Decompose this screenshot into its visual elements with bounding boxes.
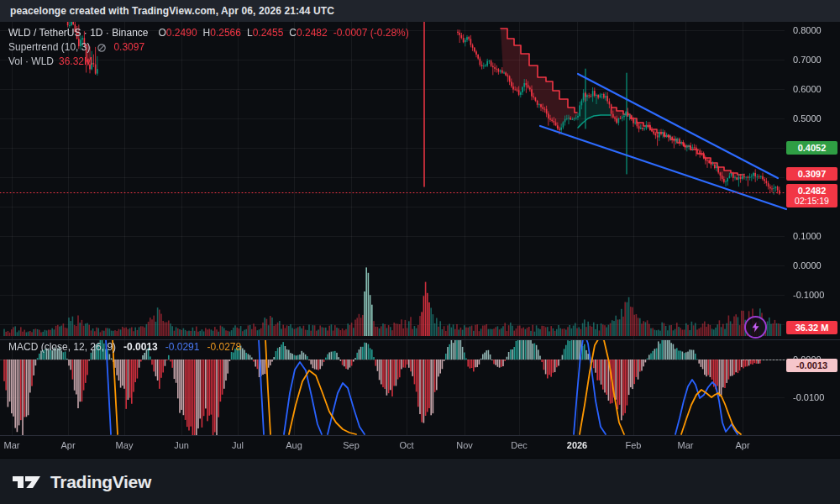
symbol-legend-row[interactable]: WLD / TetherUS · 1D · Binance O0.2490 H0… [8,26,409,40]
supertrend-name: Supertrend (10, 3) [8,40,90,55]
supertrend-legend-row[interactable]: Supertrend (10, 3) 0.3097 [8,40,409,55]
tradingview-brand[interactable]: TradingView [50,472,151,492]
footer-bar: TradingView [0,458,840,504]
time-label: Nov [456,440,473,450]
low-label: L [247,27,253,39]
symbol-title: WLD / TetherUS · 1D · Binance [8,26,149,40]
price-tick: 0.0000 [793,260,822,270]
open-label: O [159,27,166,39]
chart-area: WLD / TetherUS · 1D · Binance O0.2490 H0… [0,22,840,458]
macd-signal-value: -0.0278 [207,341,241,353]
macd-legend-row[interactable]: MACD (close, 12, 26, 9) -0.0013 -0.0291 … [8,341,241,353]
time-label: Jun [174,440,189,450]
price-tick: 0.7000 [793,55,822,65]
time-label: Mar [678,440,694,450]
volume-name: Vol · WLD [8,55,54,69]
chart-canvas[interactable] [0,22,840,458]
close-label: C [289,27,297,39]
high-value: 0.2566 [210,27,241,39]
price-badge: 0.3097 [786,167,837,181]
price-tick: -0.0100 [793,392,824,402]
macd-line-value: -0.0291 [165,341,200,353]
price-tick: 0.6000 [793,84,822,94]
price-tick: 0.8000 [793,25,822,35]
time-label: Jul [232,440,244,450]
price-badge: -0.0013 [786,359,837,372]
time-label: Apr [735,440,749,450]
open-value: 0.2490 [166,27,197,39]
high-label: H [203,27,211,39]
price-tick: 0.1000 [793,231,822,241]
time-axis[interactable]: MarAprMayJunJulAugSepOctNovDec2026FebMar… [0,435,785,458]
macd-hist-value: -0.0013 [123,341,158,353]
time-label: Mar [4,440,20,450]
price-badge: 36.32 M [786,321,837,334]
attribution-text: peacelonge created with TradingView.com,… [10,5,334,17]
ohlc-values: O0.2490 H0.2566 L0.2455 C0.2482 -0.0007 … [159,26,409,40]
time-label: Feb [626,440,642,450]
lightning-icon [750,322,761,333]
volume-legend-row[interactable]: Vol · WLD 36.32M [8,55,409,69]
time-label: Dec [511,440,528,450]
volume-value: 36.32M [59,55,92,69]
time-label: 2026 [567,440,587,450]
price-tick: -0.1000 [793,290,824,300]
tradingview-logo-icon[interactable] [12,471,42,493]
attribution-bar: peacelonge created with TradingView.com,… [0,0,840,22]
time-label: Aug [286,440,302,450]
price-tick: 0.5000 [793,113,822,123]
lightning-button[interactable] [744,316,767,339]
low-value: 0.2455 [253,27,284,39]
price-axis[interactable]: 0.80000.70000.60000.50000.10000.0000-0.1… [785,22,840,435]
time-label: Sep [343,440,360,450]
tradingview-app: peacelonge created with TradingView.com,… [0,0,840,504]
time-label: Oct [399,440,413,450]
price-badge: 0.4052 [786,141,837,155]
price-badge: 0.248202:15:19 [786,184,837,207]
chart-legend: WLD / TetherUS · 1D · Binance O0.2490 H0… [8,26,409,69]
macd-name: MACD (close, 12, 26, 9) [8,341,116,353]
close-value: 0.2482 [297,27,328,39]
eye-off-icon[interactable] [97,43,107,53]
time-label: May [116,440,134,450]
time-label: Apr [60,440,75,450]
change-value: -0.0007 (-0.28%) [333,26,409,40]
supertrend-value: 0.3097 [113,40,144,55]
